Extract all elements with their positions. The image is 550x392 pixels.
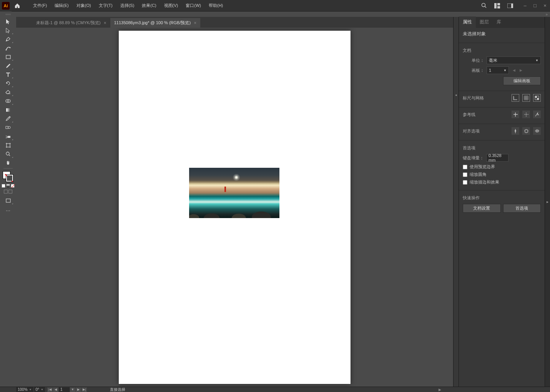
pen-tool[interactable]: [3, 35, 13, 43]
doc-tab-1[interactable]: 未标题-1 @ 88.89 % (CMYK/预览) ×: [32, 18, 110, 28]
zoom-value: 100%: [18, 387, 28, 392]
scale-strokes-checkbox[interactable]: [463, 180, 467, 185]
artboard-number-input[interactable]: 1: [59, 387, 70, 392]
artboard-tool[interactable]: [3, 141, 13, 149]
color-mode-wells: [2, 184, 15, 188]
doc-tab-2[interactable]: 11135086ym3.jpg* @ 100 % (RGB/预览) ×: [110, 18, 201, 28]
preferences-button[interactable]: 首选项: [503, 204, 541, 213]
artboard-select[interactable]: 1 ▼: [487, 66, 509, 74]
minimize-button[interactable]: –: [522, 2, 528, 9]
artboard-nav: ◀ ▶: [511, 68, 523, 73]
panel-collapse-rail[interactable]: [453, 17, 459, 387]
screen-mode[interactable]: [3, 196, 13, 205]
menu-select[interactable]: 选择(S): [116, 0, 138, 12]
menu-edit[interactable]: 编辑(E): [51, 0, 73, 12]
gradient-mode[interactable]: [6, 184, 10, 188]
stroke-color-well[interactable]: [6, 174, 13, 182]
menu-view[interactable]: 视图(V): [160, 0, 182, 12]
close-icon[interactable]: ×: [194, 20, 196, 26]
tab-properties[interactable]: 属性: [459, 17, 476, 28]
direct-selection-tool[interactable]: [3, 26, 13, 35]
menu-object[interactable]: 对象(O): [73, 0, 95, 12]
close-button[interactable]: ×: [542, 2, 548, 9]
guides-visibility-icon[interactable]: [512, 111, 519, 118]
scale-strokes-label[interactable]: 缩放描边和效果: [470, 179, 499, 185]
next-artboard-button[interactable]: ▶: [76, 387, 81, 392]
svg-rect-2: [494, 3, 497, 8]
snap-point-icon[interactable]: [512, 127, 519, 135]
preview-bounds-checkbox[interactable]: [463, 165, 467, 169]
right-collapse-rail[interactable]: ▸: [545, 17, 550, 387]
zoom-tool[interactable]: [3, 150, 13, 158]
tools-drag-handle[interactable]: [3, 14, 13, 15]
keyboard-increment-input[interactable]: 0.3528 mm: [486, 154, 508, 162]
preferences-section: 首选项 键盘增量： 0.3528 mm 使用预览边界 缩放圆角 缩放描边和效果: [459, 141, 545, 190]
document-setup-button[interactable]: 文档设置: [463, 204, 501, 213]
tab-libraries[interactable]: 库: [493, 17, 505, 28]
tools-panel: ⋯: [0, 12, 16, 387]
unit-label: 单位：: [463, 58, 484, 63]
home-icon[interactable]: [12, 0, 23, 12]
blend-tool[interactable]: [3, 123, 13, 132]
last-artboard-button[interactable]: ▶|: [81, 387, 87, 392]
type-tool[interactable]: [3, 70, 13, 79]
eraser-tool[interactable]: [3, 88, 13, 96]
transparency-grid-icon[interactable]: [533, 94, 541, 102]
guides-label: 参考线: [463, 112, 475, 117]
edit-artboards-button[interactable]: 编辑画板: [503, 76, 541, 85]
artboard-prev[interactable]: ◀: [511, 68, 517, 73]
gradient-tool[interactable]: [3, 106, 13, 114]
guides-lock-icon[interactable]: [522, 111, 530, 118]
svg-point-14: [8, 126, 10, 129]
hand-tool[interactable]: [3, 159, 13, 167]
unit-value: 毫米: [489, 58, 497, 63]
rectangle-tool[interactable]: [3, 53, 13, 61]
tab-layers[interactable]: 图层: [476, 17, 493, 28]
placed-image[interactable]: [189, 168, 279, 218]
workspace-icon[interactable]: [505, 1, 515, 10]
none-color-mode[interactable]: [11, 184, 15, 188]
selection-tool[interactable]: [3, 17, 13, 26]
scale-corners-checkbox[interactable]: [463, 172, 467, 177]
edit-toolbar-icon[interactable]: ⋯: [6, 208, 10, 213]
prev-artboard-button[interactable]: ◀: [53, 387, 58, 392]
grid-icon[interactable]: [522, 94, 530, 102]
first-artboard-button[interactable]: |◀: [47, 387, 53, 392]
draw-behind[interactable]: [8, 190, 12, 194]
rotate-tool[interactable]: [3, 79, 13, 88]
draw-normal[interactable]: [4, 190, 8, 194]
smart-guides-icon[interactable]: [533, 111, 541, 118]
shape-builder-tool[interactable]: [3, 97, 13, 105]
menu-type[interactable]: 文字(T): [95, 0, 116, 12]
snap-grid-icon[interactable]: [522, 127, 530, 135]
menu-file[interactable]: 文件(F): [29, 0, 51, 12]
ruler-icon[interactable]: [512, 94, 519, 102]
control-bar-expand[interactable]: »: [545, 12, 548, 17]
symbol-sprayer-tool[interactable]: [3, 132, 13, 141]
snap-pixel-icon[interactable]: [533, 127, 541, 135]
fill-stroke-wells[interactable]: [3, 171, 13, 182]
scroll-right-icon[interactable]: ▶: [437, 388, 442, 392]
rotate-select[interactable]: 0° ▼: [34, 387, 45, 392]
maximize-button[interactable]: □: [532, 2, 538, 9]
unit-select[interactable]: 毫米 ▼: [487, 56, 541, 64]
eyedropper-tool[interactable]: [3, 114, 13, 123]
scale-corners-label[interactable]: 缩放圆角: [470, 172, 487, 177]
svg-rect-3: [497, 3, 500, 5]
close-icon[interactable]: ×: [104, 20, 106, 26]
artboard-dropdown-button[interactable]: ▼: [70, 387, 75, 392]
chevron-down-icon: ▼: [41, 388, 43, 391]
artboard-next[interactable]: ▶: [518, 68, 523, 73]
menu-window[interactable]: 窗口(W): [182, 0, 205, 12]
solid-color-mode[interactable]: [2, 184, 5, 188]
curvature-tool[interactable]: [3, 44, 13, 52]
canvas-viewport[interactable]: [16, 28, 453, 387]
arrange-docs-icon[interactable]: [492, 1, 502, 10]
menu-help[interactable]: 帮助(H): [205, 0, 227, 12]
menu-effect[interactable]: 效果(C): [138, 0, 160, 12]
preview-bounds-label[interactable]: 使用预览边界: [470, 164, 495, 170]
search-icon[interactable]: [479, 1, 489, 10]
paintbrush-tool[interactable]: [3, 61, 13, 70]
zoom-select[interactable]: 100% ▼: [16, 387, 33, 392]
artboard-label: 画板：: [463, 68, 484, 73]
